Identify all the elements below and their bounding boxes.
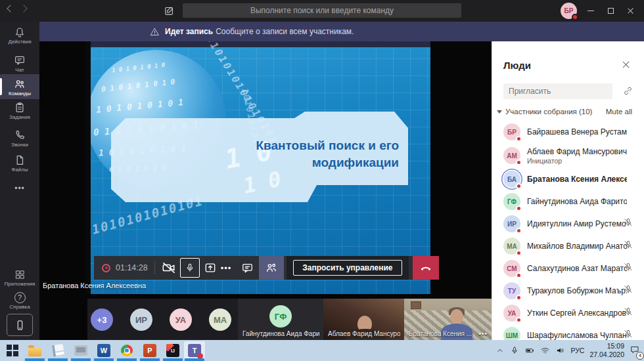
avatar[interactable]: БР — [561, 3, 577, 19]
taskbar-powerpoint[interactable]: P — [141, 343, 158, 358]
mobile-device-button[interactable] — [7, 314, 33, 336]
participant-tile[interactable]: ГФ Гайнутдинова Аида Фари... — [238, 299, 323, 340]
more-options-button[interactable]: ••• — [221, 263, 232, 273]
sidebar-item-teams[interactable]: Команды — [0, 74, 39, 99]
chevron-down-icon — [497, 110, 502, 114]
filmstrip-avatar[interactable]: МА — [209, 308, 231, 331]
participant-row[interactable]: ТУ Туракулов Бобуржон Маър... — [492, 280, 644, 302]
close-window-button[interactable] — [620, 0, 640, 22]
action-center-icon[interactable]: 4 — [630, 345, 640, 357]
sidebar-item-more[interactable]: ••• — [0, 184, 39, 193]
back-icon[interactable] — [7, 5, 14, 12]
filmstrip-avatars: +3 ИР УА МА — [87, 299, 238, 340]
participant-row[interactable]: ИР Идиятуллин Амир Рустемо... — [492, 213, 644, 235]
forward-icon[interactable] — [20, 5, 27, 12]
mobile-icon — [14, 319, 26, 331]
overflow-participants-badge[interactable]: +3 — [91, 308, 113, 331]
camera-off-button[interactable] — [162, 261, 176, 275]
participant-row[interactable]: БР Байрашева Венера Рустамовна — [492, 121, 644, 143]
files-icon — [14, 154, 26, 166]
participants-section-header[interactable]: Участники собрания (10) Mute all — [492, 107, 644, 117]
more-icon: ••• — [14, 184, 25, 193]
sidebar-item-assignments[interactable]: Задания — [0, 102, 39, 120]
clock[interactable]: 15:09 27.04.2020 — [589, 342, 624, 359]
sidebar-item-chat[interactable]: Чат — [0, 54, 39, 73]
sidebar-item-apps[interactable]: Приложения — [0, 269, 39, 287]
tile-menu-icon[interactable]: ••• — [478, 330, 488, 337]
taskbar-intellij[interactable]: IJ — [164, 343, 181, 358]
language-indicator[interactable]: РУС — [570, 347, 584, 354]
participant-avatar: ГФ — [269, 305, 292, 328]
presenter-name-label: Братанова Ксения Алексеевна — [43, 282, 146, 289]
tray-mic-icon[interactable] — [510, 346, 519, 355]
taskbar-teams-active[interactable]: T — [184, 341, 205, 360]
sidebar-item-files[interactable]: Файлы — [0, 154, 39, 173]
app-rail: Действия Чат Команды Задания Звонки Файл… — [0, 22, 39, 340]
notebook-icon — [51, 344, 64, 357]
participant-row[interactable]: СМ Салахутдинов Азат Марато... — [492, 257, 644, 280]
sidebar-item-help[interactable]: ? Справка — [0, 292, 39, 310]
taskbar-word[interactable]: W — [95, 343, 112, 358]
apps-icon — [14, 269, 26, 280]
mic-muted-icon — [623, 240, 633, 253]
participant-row[interactable]: БА Братанова Ксения Алексеевна — [492, 168, 644, 190]
copy-join-link-icon[interactable] — [622, 85, 633, 99]
share-button[interactable] — [204, 261, 217, 274]
participant-row[interactable]: АМ Аблаев Фарид Мансурович Инициатор — [492, 143, 644, 168]
taskbar-chrome[interactable] — [118, 343, 135, 358]
word-icon: W — [97, 344, 110, 357]
slide-left-edge — [85, 41, 91, 294]
microphone-icon — [185, 263, 195, 273]
participant-video-tile[interactable]: Братанова Ксения ... ••• — [404, 299, 492, 340]
filmstrip-avatar[interactable]: УА — [170, 308, 192, 331]
calls-icon — [14, 129, 26, 141]
participant-avatar: МА — [503, 238, 520, 255]
title-bar: БР — [0, 0, 644, 22]
sidebar-item-activity[interactable]: Действия — [0, 26, 39, 45]
presence-busy-dot — [516, 317, 522, 323]
search-input[interactable] — [183, 3, 461, 18]
speaker-icon[interactable] — [555, 346, 565, 355]
handset-icon — [419, 261, 432, 274]
presence-busy-dot — [516, 228, 522, 234]
request-control-button[interactable]: Запросить управление — [293, 260, 402, 276]
battery-icon[interactable] — [524, 346, 535, 355]
mic-muted-icon — [623, 217, 633, 230]
presence-busy-dot — [516, 136, 522, 142]
minimize-button[interactable] — [581, 0, 601, 22]
teams-window: БР Идет запись Сообщите о записи всем уч… — [0, 0, 644, 361]
presence-busy-dot — [516, 205, 522, 211]
tray-expand-icon[interactable] — [495, 346, 505, 355]
taskbar-notes-app[interactable] — [49, 343, 66, 358]
taskbar-file-explorer[interactable] — [26, 343, 43, 358]
participant-avatar: АМ — [503, 147, 520, 164]
invite-input[interactable] — [503, 83, 612, 99]
chat-panel-button[interactable] — [235, 256, 259, 280]
participant-row[interactable]: ГФ Гайнутдинова Аида Фаритовна — [492, 190, 644, 213]
windows-taskbar: W P IJ T РУС — [0, 340, 644, 361]
mic-muted-icon — [623, 262, 633, 275]
close-panel-icon[interactable] — [622, 60, 631, 69]
taskbar-utility-app[interactable] — [72, 343, 89, 358]
mute-all-button[interactable]: Mute all — [606, 108, 632, 116]
participant-video-tile[interactable]: Аблаев Фарид Мансуров... — [323, 299, 404, 340]
filmstrip-avatar[interactable]: ИР — [130, 308, 152, 331]
participant-name: Шарафулисламова Чулпан ... — [527, 331, 627, 340]
intellij-icon: IJ — [166, 344, 179, 357]
participant-name: Аблаев Фарид Мансурович — [527, 147, 627, 156]
people-panel-button[interactable] — [259, 256, 284, 280]
restore-button[interactable] — [601, 0, 620, 22]
share-icon — [204, 261, 217, 274]
participant-row[interactable]: МА Михайлов Владимир Анато... — [492, 235, 644, 257]
new-chat-icon[interactable] — [164, 5, 175, 19]
bell-icon — [14, 26, 26, 38]
participant-name: Гайнутдинова Аида Фаритовна — [527, 197, 627, 206]
hang-up-button[interactable] — [413, 256, 439, 280]
start-button[interactable] — [4, 343, 21, 358]
microphone-button[interactable] — [180, 258, 200, 278]
recording-banner: Идет запись Сообщите о записи всем участ… — [0, 22, 644, 41]
participant-tile-label: Гайнутдинова Аида Фари... — [242, 330, 319, 337]
wifi-icon[interactable] — [540, 346, 550, 355]
sidebar-item-calls[interactable]: Звонки — [0, 129, 39, 148]
participant-row[interactable]: УА Уткин Сергей Александров... — [492, 302, 644, 324]
